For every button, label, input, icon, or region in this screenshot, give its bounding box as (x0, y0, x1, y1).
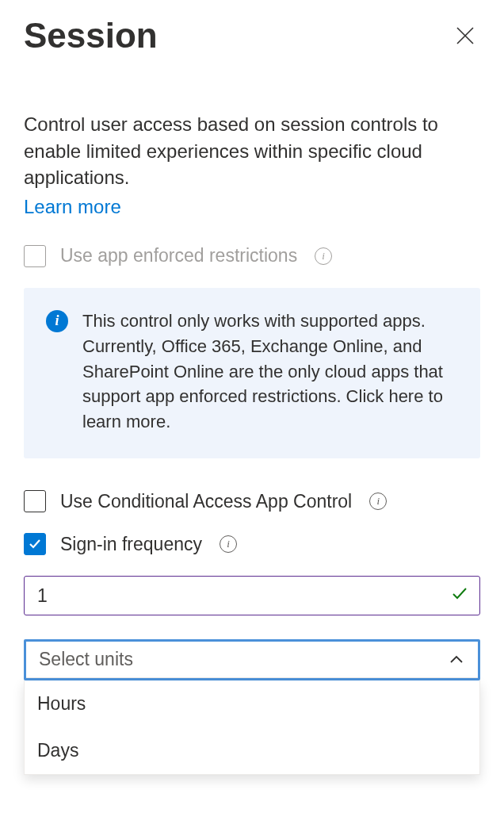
info-icon[interactable]: i (315, 247, 332, 265)
validation-check-icon (450, 585, 469, 607)
info-icon[interactable]: i (369, 493, 387, 510)
info-box-text: This control only works with supported a… (82, 309, 458, 435)
signin-frequency-row: Sign-in frequency i (24, 533, 480, 555)
page-title: Session (24, 16, 158, 56)
learn-more-link[interactable]: Learn more (24, 196, 121, 218)
app-enforced-checkbox (24, 245, 46, 267)
units-select[interactable]: Select units (24, 639, 480, 680)
signin-frequency-label: Sign-in frequency (60, 534, 202, 555)
units-dropdown-list: Hours Days (24, 680, 480, 775)
units-option-hours[interactable]: Hours (25, 680, 479, 727)
info-icon[interactable]: i (220, 535, 237, 553)
chevron-up-icon (448, 651, 465, 669)
info-box[interactable]: i This control only works with supported… (24, 288, 480, 458)
units-option-days[interactable]: Days (25, 727, 479, 774)
signin-frequency-checkbox[interactable] (24, 533, 46, 555)
close-button[interactable] (450, 21, 480, 51)
info-icon: i (46, 310, 68, 332)
units-select-header[interactable]: Select units (26, 642, 478, 678)
app-enforced-row: Use app enforced restrictions i (24, 245, 480, 267)
conditional-access-checkbox[interactable] (24, 490, 46, 512)
description-text: Control user access based on session con… (24, 111, 480, 191)
units-select-placeholder: Select units (39, 649, 133, 670)
frequency-number-input[interactable] (24, 576, 480, 615)
check-icon (28, 537, 42, 551)
conditional-access-label: Use Conditional Access App Control (60, 491, 352, 512)
app-enforced-label: Use app enforced restrictions (60, 245, 297, 266)
conditional-access-row: Use Conditional Access App Control i (24, 490, 480, 512)
close-icon (455, 25, 475, 46)
